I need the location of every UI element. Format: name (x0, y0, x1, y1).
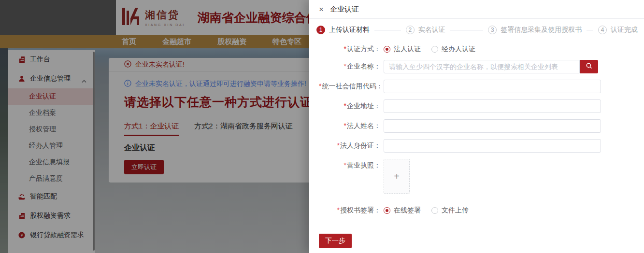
radio-label: 在线签署 (394, 206, 421, 215)
drawer-title: 企业认证 (330, 5, 359, 14)
step-sign-authorization: 3 签署信息采集及使用授权书 (488, 26, 582, 34)
auth-steps: 1 上传认证材料 2 实名认证 3 签署信息采集及使用授权书 4 认证完成 (316, 26, 638, 34)
business-license-row: *营业执照： + (319, 159, 644, 194)
required-mark: * (344, 102, 346, 110)
close-icon[interactable]: × (319, 5, 324, 14)
search-icon (586, 62, 593, 71)
required-mark: * (344, 45, 346, 53)
page: 湘信贷 XIANG XIN DAI 湖南省企业融资综合信用服务平台 首页 金融超… (0, 0, 644, 253)
required-mark: * (344, 161, 346, 169)
company-name-input[interactable] (384, 60, 580, 73)
legal-person-name-input[interactable] (384, 119, 601, 133)
legal-person-name-row: *法人姓名： (319, 119, 644, 133)
radio-selected-icon (384, 207, 390, 214)
radio-file-upload[interactable]: 文件上传 (431, 206, 469, 215)
auth-method-label: *认证方式： (319, 45, 381, 54)
step-connector (374, 30, 401, 30)
credit-code-label: *统一社会信用代码： (319, 82, 381, 91)
step-number: 4 (598, 26, 607, 34)
next-step-button[interactable]: 下一步 (319, 234, 352, 248)
required-mark: * (337, 206, 340, 214)
company-name-row: *企业名称： (319, 60, 644, 73)
step-label: 上传认证材料 (329, 26, 370, 34)
radio-selected-icon (384, 46, 390, 53)
radio-agent-auth[interactable]: 经办人认证 (431, 45, 475, 54)
step-label: 签署信息采集及使用授权书 (501, 26, 582, 34)
business-license-upload[interactable]: + (384, 159, 410, 194)
radio-legal-person-auth[interactable]: 法人认证 (384, 45, 421, 54)
step-number: 1 (316, 26, 325, 34)
business-license-label: *营业执照： (319, 159, 381, 170)
company-address-label: *企业地址： (319, 102, 381, 111)
authorization-sign-row: *授权书签署： 在线签署 文件上传 (319, 206, 644, 215)
legal-person-name-label: *法人姓名： (319, 122, 381, 130)
legal-person-id-input[interactable] (384, 139, 601, 153)
radio-unselected-icon (431, 207, 438, 214)
step-auth-complete: 4 认证完成 (598, 26, 638, 34)
legal-person-id-row: *法人身份证： (319, 139, 644, 153)
company-address-input[interactable] (384, 99, 601, 113)
step-number: 3 (488, 26, 497, 34)
required-mark: * (319, 82, 321, 90)
radio-label: 文件上传 (442, 206, 469, 215)
required-mark: * (337, 141, 340, 149)
company-auth-drawer: × 企业认证 1 上传认证材料 2 实名认证 3 签署信息采集及使用授权书 4 … (309, 0, 644, 253)
step-real-name-auth: 2 实名认证 (406, 26, 445, 34)
step-connector (587, 30, 593, 30)
step-number: 2 (406, 26, 415, 34)
legal-person-id-label: *法人身份证： (319, 141, 381, 150)
required-mark: * (344, 122, 346, 129)
drawer-header: × 企业认证 (309, 0, 644, 19)
plus-icon: + (394, 171, 400, 182)
step-label: 实名认证 (418, 26, 445, 34)
step-connector (450, 30, 484, 30)
auth-method-row: *认证方式： 法人认证 经办人认证 (319, 45, 644, 54)
radio-label: 经办人认证 (442, 45, 475, 54)
company-address-row: *企业地址： (319, 99, 644, 113)
credit-code-row: *统一社会信用代码： (319, 80, 644, 93)
radio-online-sign[interactable]: 在线签署 (384, 206, 421, 215)
step-upload-materials: 1 上传认证材料 (316, 26, 370, 34)
step-label: 认证完成 (611, 26, 638, 34)
company-name-label: *企业名称： (319, 62, 381, 71)
radio-unselected-icon (431, 46, 438, 53)
auth-form: *认证方式： 法人认证 经办人认证 *企业名称： (309, 45, 644, 248)
required-mark: * (344, 62, 346, 70)
company-search-button[interactable] (580, 60, 598, 73)
authorization-sign-label: *授权书签署： (319, 206, 381, 215)
credit-code-input[interactable] (384, 80, 601, 93)
radio-label: 法人认证 (394, 45, 421, 54)
